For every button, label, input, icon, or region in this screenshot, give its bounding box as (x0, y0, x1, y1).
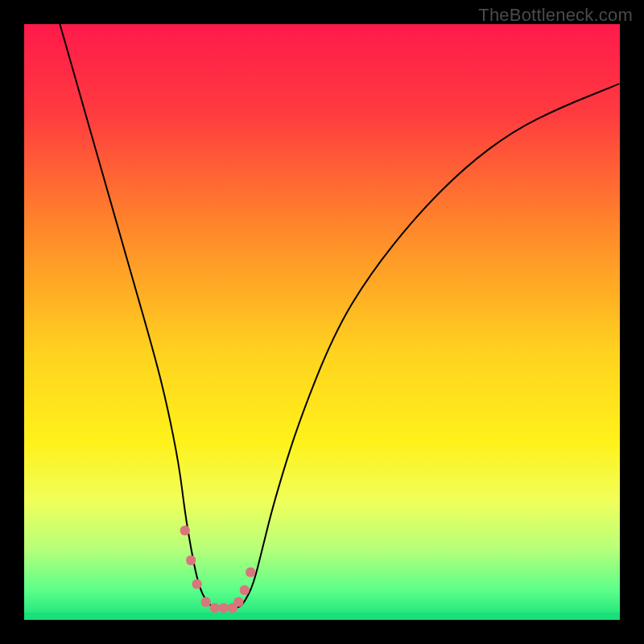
plot-area (24, 24, 620, 620)
highlight-dot (192, 580, 202, 589)
chart-frame: TheBottleneck.com (0, 0, 644, 644)
highlight-dot (219, 603, 229, 613)
highlight-dot (233, 597, 243, 607)
highlight-dot (210, 603, 220, 613)
plot-svg (24, 24, 620, 620)
gradient-background (24, 24, 620, 620)
highlight-dot (186, 555, 196, 565)
highlight-dot (240, 585, 250, 595)
highlight-dot (201, 597, 211, 607)
green-floor (24, 613, 620, 620)
highlight-dot (246, 568, 255, 577)
highlight-dot (180, 526, 190, 535)
watermark-text: TheBottleneck.com (478, 5, 633, 26)
